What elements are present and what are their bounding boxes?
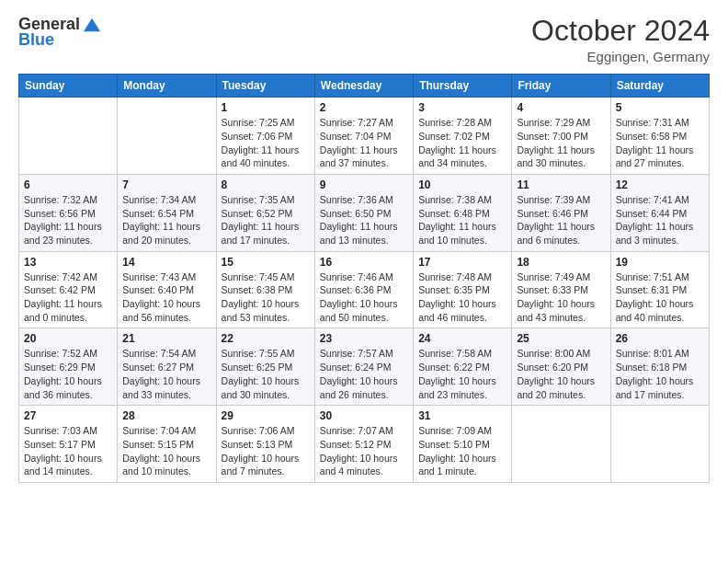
logo-blue: Blue (18, 30, 54, 50)
day-number: 15 (222, 256, 310, 269)
day-number: 26 (616, 332, 704, 345)
day-number: 8 (222, 178, 310, 191)
week-row-2: 6Sunrise: 7:32 AMSunset: 6:56 PMDaylight… (19, 174, 710, 251)
day-cell: 26Sunrise: 8:01 AMSunset: 6:18 PMDayligh… (610, 328, 709, 406)
col-header-monday: Monday (118, 75, 216, 98)
day-cell: 12Sunrise: 7:41 AMSunset: 6:44 PMDayligh… (610, 174, 709, 251)
day-number: 22 (222, 332, 310, 345)
calendar-table: SundayMondayTuesdayWednesdayThursdayFrid… (18, 74, 710, 483)
day-cell: 11Sunrise: 7:39 AMSunset: 6:46 PMDayligh… (512, 174, 610, 251)
day-info: Sunrise: 7:29 AMSunset: 7:00 PMDaylight:… (517, 116, 605, 170)
day-number: 17 (418, 256, 506, 269)
day-info: Sunrise: 7:09 AMSunset: 5:10 PMDaylight:… (418, 424, 506, 478)
col-header-thursday: Thursday (414, 75, 512, 98)
col-header-friday: Friday (512, 75, 610, 98)
day-number: 16 (320, 256, 408, 269)
day-number: 12 (616, 178, 704, 191)
day-number: 25 (517, 332, 605, 345)
day-number: 13 (24, 256, 112, 269)
day-cell (118, 98, 216, 175)
day-number: 23 (320, 332, 408, 345)
day-info: Sunrise: 7:04 AMSunset: 5:15 PMDaylight:… (122, 424, 210, 478)
day-cell: 28Sunrise: 7:04 AMSunset: 5:15 PMDayligh… (118, 406, 216, 483)
day-cell: 7Sunrise: 7:34 AMSunset: 6:54 PMDaylight… (118, 174, 216, 251)
day-info: Sunrise: 8:01 AMSunset: 6:18 PMDaylight:… (616, 347, 704, 401)
day-info: Sunrise: 7:49 AMSunset: 6:33 PMDaylight:… (517, 270, 605, 325)
day-info: Sunrise: 7:45 AMSunset: 6:38 PMDaylight:… (222, 270, 310, 325)
day-cell: 20Sunrise: 7:52 AMSunset: 6:29 PMDayligh… (19, 328, 118, 406)
col-header-wednesday: Wednesday (314, 75, 413, 98)
day-cell: 18Sunrise: 7:49 AMSunset: 6:33 PMDayligh… (512, 251, 610, 328)
day-number: 29 (222, 409, 310, 422)
day-cell: 24Sunrise: 7:58 AMSunset: 6:22 PMDayligh… (414, 328, 512, 406)
col-header-sunday: Sunday (19, 75, 118, 98)
day-number: 19 (616, 256, 704, 269)
day-number: 14 (122, 256, 210, 269)
calendar-subtitle: Eggingen, Germany (531, 49, 710, 64)
day-cell (512, 406, 610, 483)
day-cell: 22Sunrise: 7:55 AMSunset: 6:25 PMDayligh… (216, 328, 314, 406)
day-info: Sunrise: 8:00 AMSunset: 6:20 PMDaylight:… (517, 347, 605, 401)
day-info: Sunrise: 7:48 AMSunset: 6:35 PMDaylight:… (418, 270, 506, 325)
day-cell: 31Sunrise: 7:09 AMSunset: 5:10 PMDayligh… (414, 406, 512, 483)
day-cell: 16Sunrise: 7:46 AMSunset: 6:36 PMDayligh… (314, 251, 413, 328)
col-header-tuesday: Tuesday (216, 75, 314, 98)
day-cell (19, 98, 118, 175)
day-number: 27 (24, 409, 112, 422)
day-number: 2 (320, 101, 408, 114)
day-cell: 9Sunrise: 7:36 AMSunset: 6:50 PMDaylight… (314, 174, 413, 251)
day-cell: 27Sunrise: 7:03 AMSunset: 5:17 PMDayligh… (19, 406, 118, 483)
day-info: Sunrise: 7:43 AMSunset: 6:40 PMDaylight:… (122, 270, 210, 325)
day-number: 20 (24, 332, 112, 345)
day-info: Sunrise: 7:32 AMSunset: 6:56 PMDaylight:… (24, 193, 112, 247)
day-info: Sunrise: 7:39 AMSunset: 6:46 PMDaylight:… (517, 193, 605, 247)
day-cell (610, 406, 709, 483)
day-number: 4 (517, 101, 605, 114)
day-number: 6 (24, 178, 112, 191)
logo-icon (84, 17, 100, 33)
day-info: Sunrise: 7:58 AMSunset: 6:22 PMDaylight:… (418, 347, 506, 401)
day-cell: 6Sunrise: 7:32 AMSunset: 6:56 PMDaylight… (19, 174, 118, 251)
day-info: Sunrise: 7:28 AMSunset: 7:02 PMDaylight:… (418, 116, 506, 170)
day-info: Sunrise: 7:42 AMSunset: 6:42 PMDaylight:… (24, 270, 112, 325)
day-cell: 29Sunrise: 7:06 AMSunset: 5:13 PMDayligh… (216, 406, 314, 483)
day-number: 7 (122, 178, 210, 191)
day-cell: 30Sunrise: 7:07 AMSunset: 5:12 PMDayligh… (314, 406, 413, 483)
day-number: 5 (616, 101, 704, 114)
day-info: Sunrise: 7:34 AMSunset: 6:54 PMDaylight:… (122, 193, 210, 247)
header-row: SundayMondayTuesdayWednesdayThursdayFrid… (19, 75, 710, 98)
day-number: 11 (517, 178, 605, 191)
svg-marker-0 (84, 17, 100, 30)
day-info: Sunrise: 7:38 AMSunset: 6:48 PMDaylight:… (418, 193, 506, 247)
week-row-1: 1Sunrise: 7:25 AMSunset: 7:06 PMDaylight… (19, 98, 710, 175)
day-info: Sunrise: 7:07 AMSunset: 5:12 PMDaylight:… (320, 424, 408, 478)
day-number: 18 (517, 256, 605, 269)
day-number: 1 (222, 101, 310, 114)
day-cell: 5Sunrise: 7:31 AMSunset: 6:58 PMDaylight… (610, 98, 709, 175)
day-info: Sunrise: 7:41 AMSunset: 6:44 PMDaylight:… (616, 193, 704, 247)
col-header-saturday: Saturday (610, 75, 709, 98)
day-number: 3 (418, 101, 506, 114)
day-info: Sunrise: 7:54 AMSunset: 6:27 PMDaylight:… (122, 347, 210, 401)
day-cell: 23Sunrise: 7:57 AMSunset: 6:24 PMDayligh… (314, 328, 413, 406)
day-info: Sunrise: 7:06 AMSunset: 5:13 PMDaylight:… (222, 424, 310, 478)
day-cell: 14Sunrise: 7:43 AMSunset: 6:40 PMDayligh… (118, 251, 216, 328)
day-cell: 10Sunrise: 7:38 AMSunset: 6:48 PMDayligh… (414, 174, 512, 251)
day-info: Sunrise: 7:57 AMSunset: 6:24 PMDaylight:… (320, 347, 408, 401)
day-info: Sunrise: 7:46 AMSunset: 6:36 PMDaylight:… (320, 270, 408, 325)
day-cell: 3Sunrise: 7:28 AMSunset: 7:02 PMDaylight… (414, 98, 512, 175)
day-info: Sunrise: 7:36 AMSunset: 6:50 PMDaylight:… (320, 193, 408, 247)
day-cell: 4Sunrise: 7:29 AMSunset: 7:00 PMDaylight… (512, 98, 610, 175)
calendar-page: General Blue October 2024 Eggingen, Germ… (0, 0, 728, 563)
day-cell: 25Sunrise: 8:00 AMSunset: 6:20 PMDayligh… (512, 328, 610, 406)
day-number: 10 (418, 178, 506, 191)
day-number: 30 (320, 409, 408, 422)
day-info: Sunrise: 7:55 AMSunset: 6:25 PMDaylight:… (222, 347, 310, 401)
week-row-4: 20Sunrise: 7:52 AMSunset: 6:29 PMDayligh… (19, 328, 710, 406)
day-info: Sunrise: 7:27 AMSunset: 7:04 PMDaylight:… (320, 116, 408, 170)
logo-area: General Blue (18, 15, 100, 50)
day-info: Sunrise: 7:31 AMSunset: 6:58 PMDaylight:… (616, 116, 704, 170)
day-cell: 2Sunrise: 7:27 AMSunset: 7:04 PMDaylight… (314, 98, 413, 175)
day-cell: 19Sunrise: 7:51 AMSunset: 6:31 PMDayligh… (610, 251, 709, 328)
day-cell: 17Sunrise: 7:48 AMSunset: 6:35 PMDayligh… (414, 251, 512, 328)
